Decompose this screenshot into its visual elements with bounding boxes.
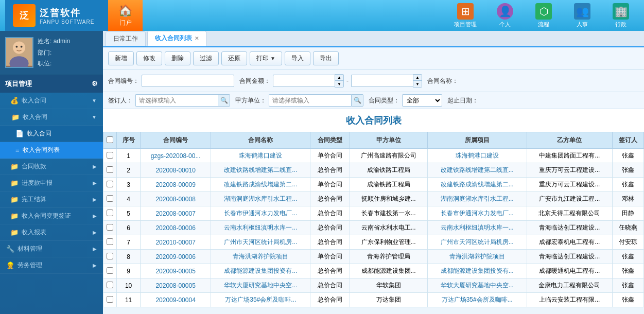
nav-project-mgmt[interactable]: ⊞ 项目管理 xyxy=(446,1,484,31)
row-name-7[interactable]: 青海洪湖养护院项目 xyxy=(211,250,310,264)
row-name-3[interactable]: 湖南洞庭湖水库引水工程... xyxy=(211,192,310,206)
row-project-5[interactable]: 云南水利枢纽滇明水库一... xyxy=(427,221,527,235)
row-project-10[interactable]: 万达广场35#会所及咖啡... xyxy=(427,293,527,307)
sidebar-item-labor[interactable]: 👷 劳务管理 ▶ xyxy=(0,257,103,274)
edit-button[interactable]: 修改 xyxy=(136,51,162,65)
row-select-2[interactable] xyxy=(107,181,113,187)
sidebar-item-income-contract-doc[interactable]: 📄 收入合同 xyxy=(0,126,103,142)
settings-icon[interactable]: ⚙ xyxy=(92,80,98,88)
amount-from-down[interactable]: ▼ xyxy=(335,81,343,87)
amount-to-up[interactable]: ▲ xyxy=(413,75,422,81)
table-row: 5 202008-00007 长春市伊通河水力发电厂... 总价合同 长春市建投… xyxy=(103,206,644,221)
row-select-7[interactable] xyxy=(107,253,113,259)
row-select-8[interactable] xyxy=(107,267,113,274)
row-code-3[interactable]: 202008-00008 xyxy=(141,192,211,206)
row-name-4[interactable]: 长春市伊通河水力发电厂... xyxy=(211,206,310,221)
arrow-icon-4: ▶ xyxy=(93,180,97,186)
amount-from-up[interactable]: ▲ xyxy=(335,75,343,81)
sidebar-item-change[interactable]: 📁 收入合同变更签证 ▶ xyxy=(0,208,103,224)
table-wrap[interactable]: 序号 合同编号 合同名称 合同类型 甲方单位 所属项目 乙方单位 签订人 1 g… xyxy=(103,132,644,314)
filter-button[interactable]: 过滤 xyxy=(193,51,219,65)
row-name-0[interactable]: 珠海鹤港口建设 xyxy=(211,149,310,163)
row-type-9: 总价合同 xyxy=(310,278,350,293)
row-code-7[interactable]: 202009-00006 xyxy=(141,250,211,264)
select-all-checkbox[interactable] xyxy=(107,136,113,143)
row-select-0[interactable] xyxy=(107,152,113,159)
sidebar-item-income-contract-1[interactable]: 💰 收入合同 ▼ xyxy=(0,93,103,109)
tab-daily-work[interactable]: 日常工作 xyxy=(106,31,146,46)
row-name-1[interactable]: 改建铁路线增建第二线直... xyxy=(211,163,310,178)
row-project-6[interactable]: 广州市天河区统计局机房... xyxy=(427,235,527,250)
row-name-8[interactable]: 成都能源建设集团投资有... xyxy=(211,264,310,278)
contract-no-label: 合同编号： xyxy=(108,77,139,85)
row-no-6: 7 xyxy=(117,235,141,250)
row-name-9[interactable]: 华软大厦研究基地中央空... xyxy=(211,278,310,293)
row-code-1[interactable]: 202008-00010 xyxy=(141,163,211,178)
row-name-6[interactable]: 广州市天河区统计局机房... xyxy=(211,235,310,250)
contract-no-input[interactable] xyxy=(142,75,234,87)
add-button[interactable]: 新增 xyxy=(108,51,134,65)
folder-icon-2: 📁 xyxy=(11,113,20,121)
row-code-8[interactable]: 202009-00005 xyxy=(141,264,211,278)
contract-type-select[interactable]: 全部 单价合同 总价合同 xyxy=(402,94,442,107)
row-code-4[interactable]: 202008-00007 xyxy=(141,206,211,221)
sidebar-item-income-list[interactable]: ≡ 收入合同列表 xyxy=(0,142,103,159)
header-name: 合同名称 xyxy=(211,132,310,149)
row-project-0[interactable]: 珠海鹤港口建设 xyxy=(427,149,527,163)
sidebar-item-completion[interactable]: 📁 完工结算 ▶ xyxy=(0,191,103,208)
row-project-4[interactable]: 长春市伊通河水力发电厂... xyxy=(427,206,527,221)
amount-to-input[interactable] xyxy=(351,75,413,87)
sidebar-item-materials[interactable]: 🔧 材料管理 ▶ xyxy=(0,241,103,257)
row-select-5[interactable] xyxy=(107,224,113,231)
amount-from-input[interactable] xyxy=(273,75,335,87)
header-signer: 签订人 xyxy=(612,132,643,149)
row-select-9[interactable] xyxy=(107,282,113,288)
row-code-6[interactable]: 202010-00007 xyxy=(141,235,211,250)
row-project-9[interactable]: 华软大厦研究基地中央空... xyxy=(427,278,527,293)
nav-personal[interactable]: 👤 个人 xyxy=(487,1,523,31)
nav-spacer xyxy=(143,0,446,31)
sidebar-item-report[interactable]: 📁 收入报表 ▶ xyxy=(0,224,103,241)
row-project-7[interactable]: 青海洪湖养护院项目 xyxy=(427,250,527,264)
row-select-4[interactable] xyxy=(107,210,113,216)
labor-icon: 👷 xyxy=(6,261,14,269)
import-button[interactable]: 导入 xyxy=(285,51,310,65)
row-project-8[interactable]: 成都能源建设集团投资有... xyxy=(427,264,527,278)
row-code-10[interactable]: 202009-00004 xyxy=(141,293,211,307)
signer-search-btn[interactable]: 🔍 xyxy=(218,94,230,107)
row-select-10[interactable] xyxy=(107,296,113,303)
row-name-5[interactable]: 云南水利枢纽滇明水库一... xyxy=(211,221,310,235)
party-a-input[interactable] xyxy=(269,94,351,107)
print-button[interactable]: 打印 ▼ xyxy=(250,51,282,65)
row-code-9[interactable]: 202008-00005 xyxy=(141,278,211,293)
export-button[interactable]: 导出 xyxy=(313,51,339,65)
contract-no-group: 合同编号： xyxy=(108,75,234,87)
row-select-1[interactable] xyxy=(107,166,113,173)
sidebar-section-title[interactable]: 项目管理 ⚙ xyxy=(0,75,103,93)
party-a-search-btn[interactable]: 🔍 xyxy=(351,94,363,107)
delete-button[interactable]: 删除 xyxy=(165,51,190,65)
amount-to-down[interactable]: ▼ xyxy=(413,81,422,87)
nav-workflow[interactable]: ⬡ 流程 xyxy=(526,1,562,31)
row-name-2[interactable]: 改建铁路成渝线增建第二... xyxy=(211,178,310,192)
row-project-3[interactable]: 湖南洞庭湖水库引水工程... xyxy=(427,192,527,206)
nav-admin[interactable]: 🏢 行政 xyxy=(603,1,639,31)
row-select-6[interactable] xyxy=(107,238,113,245)
sidebar-item-contract-collection[interactable]: 📁 合同收款 ▶ xyxy=(0,159,103,175)
restore-button[interactable]: 还原 xyxy=(221,51,247,65)
row-code-5[interactable]: 202008-00006 xyxy=(141,221,211,235)
tab-income-list[interactable]: 收入合同列表 ✕ xyxy=(147,31,206,46)
signer-input[interactable] xyxy=(135,94,218,107)
sidebar-item-income-contract-2[interactable]: 📁 收入合同 ▼ xyxy=(0,109,103,126)
row-name-10[interactable]: 万达广场35#会所及咖啡... xyxy=(211,293,310,307)
nav-hr[interactable]: 👥 人事 xyxy=(564,1,600,31)
row-select-3[interactable] xyxy=(107,195,113,202)
row-code-2[interactable]: 202008-00009 xyxy=(141,178,211,192)
row-project-1[interactable]: 改建铁路线增建第二线直... xyxy=(427,163,527,178)
row-type-1: 总价合同 xyxy=(310,163,350,178)
nav-home-button[interactable]: 🏠 门户 xyxy=(108,0,143,31)
row-code-0[interactable]: gzgs-202008-00... xyxy=(141,149,211,163)
sidebar-item-progress[interactable]: 📁 进度款申报 ▶ xyxy=(0,175,103,191)
tab-close-icon[interactable]: ✕ xyxy=(195,36,199,41)
row-project-2[interactable]: 改建铁路成渝线增建第二... xyxy=(427,178,527,192)
